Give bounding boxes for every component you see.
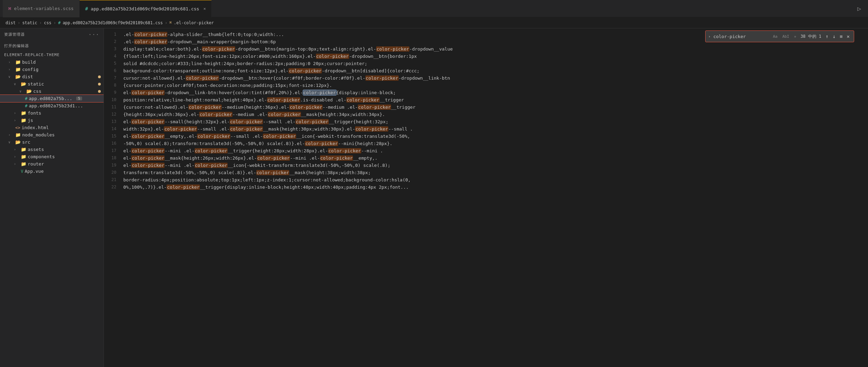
- code-text-13: el-color-picker--small{height:32px}.el-c…: [123, 118, 868, 126]
- line-number-18: 18: [104, 155, 123, 161]
- tree-label-app-css-2: app.ed802a75b23d1...: [29, 103, 83, 108]
- line-number-14: 14: [104, 126, 123, 132]
- sidebar: 资源管理器 ··· 打开的编辑器 ELEMENT-REPLACE-THEME ›…: [0, 28, 104, 367]
- editor-area: › Aa AbI ✳ 38 中的 1 ↑ ↓ ≡ ✕ 1 .el-color-p…: [104, 28, 868, 367]
- line-number-16: 16: [104, 140, 123, 147]
- sidebar-item-index-html[interactable]: <> index.html: [0, 124, 104, 131]
- sidebar-item-assets[interactable]: › 📁 assets: [0, 146, 104, 153]
- code-text-6: background-color:transparent;outline:non…: [123, 68, 868, 75]
- sidebar-dots-button[interactable]: ···: [88, 31, 99, 38]
- vue-icon: V: [21, 169, 23, 174]
- breadcrumb-sep-4: ›: [165, 20, 167, 25]
- code-line-21: 21 border-radius:4px;position:absolute;t…: [104, 177, 868, 184]
- breadcrumb-filename[interactable]: app.ed802a75b23d1d069cf9e9d20189c681.css: [63, 20, 163, 25]
- search-whole-word-button[interactable]: AbI: [781, 34, 791, 39]
- search-case-sensitive-button[interactable]: Aa: [771, 34, 779, 39]
- css-hash-icon: #: [85, 6, 88, 11]
- tab-scss[interactable]: ⌘ element-variables.scss: [3, 0, 80, 17]
- search-count: 38 中的 1: [800, 34, 821, 39]
- code-text-21: border-radius:4px;position:absolute;top:…: [123, 177, 868, 184]
- tree-dot-static: [98, 83, 101, 86]
- code-line-15: 15 el-color-picker__empty,.el-color-pick…: [104, 133, 868, 140]
- search-options: Aa AbI ✳: [771, 34, 798, 39]
- folder-icon-router: 📁: [21, 161, 26, 167]
- tree-badge-1: 5: [76, 97, 82, 100]
- code-line-20: 20 transform:translate3d(-50%,-50%,0) sc…: [104, 169, 868, 177]
- line-number-7: 7: [104, 75, 123, 81]
- folder-icon-config: 📁: [15, 67, 21, 72]
- breadcrumb-dist[interactable]: dist: [6, 20, 16, 25]
- code-line-4: 4 {float:left;line-height:26px;font-size…: [104, 53, 868, 60]
- tree-arrow-fonts: ›: [14, 111, 19, 115]
- tree-dot-dist: [98, 75, 101, 78]
- folder-icon-src: 📂: [15, 140, 21, 145]
- search-close-button[interactable]: ✕: [845, 34, 851, 39]
- sidebar-item-js[interactable]: › 📁 js: [0, 117, 104, 124]
- line-number-6: 6: [104, 68, 123, 74]
- search-prev-button[interactable]: ↑: [824, 34, 830, 39]
- sidebar-item-dist[interactable]: ∨ 📂 dist: [0, 73, 104, 80]
- run-button[interactable]: ▷: [853, 5, 865, 12]
- tree-label-assets: assets: [28, 147, 44, 152]
- code-text-22: 0%,100%,.7)}.el-color-picker__trigger{di…: [123, 184, 868, 191]
- tree-arrow-js: ›: [14, 118, 19, 122]
- sidebar-title: 资源管理器: [4, 32, 25, 37]
- code-line-12: 12 {height:36px;width:36px}.el-color-pic…: [104, 111, 868, 118]
- sidebar-item-node-modules[interactable]: › 📁 node_modules: [0, 131, 104, 138]
- sidebar-item-components[interactable]: › 📁 components: [0, 153, 104, 160]
- code-text-8: {cursor:pointer;color:#f0f;text-decorati…: [123, 82, 868, 89]
- breadcrumb-symbol-icon: ⌘: [169, 20, 172, 25]
- sidebar-item-fonts[interactable]: › 📁 fonts: [0, 109, 104, 117]
- code-text-19: el-color-picker--mini .el-color-picker__…: [123, 162, 868, 169]
- sidebar-item-config[interactable]: › 📁 config: [0, 66, 104, 73]
- sidebar-item-build[interactable]: › 📁 build: [0, 59, 104, 66]
- code-text-18: el-color-picker__mask{height:26px;width:…: [123, 155, 868, 162]
- search-bar: › Aa AbI ✳ 38 中的 1 ↑ ↓ ≡ ✕: [705, 30, 854, 42]
- folder-icon-js: 📁: [21, 118, 26, 123]
- line-number-12: 12: [104, 111, 123, 118]
- root-section: ELEMENT-REPLACE-THEME: [0, 50, 104, 59]
- sidebar-item-router[interactable]: › 📁 router: [0, 160, 104, 168]
- line-number-19: 19: [104, 162, 123, 169]
- folder-icon-assets: 📁: [21, 147, 26, 152]
- code-line-14: 14 width:32px}.el-color-picker--small .e…: [104, 126, 868, 133]
- breadcrumb-css[interactable]: css: [44, 20, 52, 25]
- tree-arrow-dist: ∨: [8, 75, 14, 79]
- sidebar-item-app-css-2[interactable]: # app.ed802a75b23d1...: [0, 102, 104, 109]
- sidebar-item-app-vue[interactable]: V App.vue: [0, 168, 104, 175]
- sidebar-item-css-folder[interactable]: ∨ 📂 css: [0, 88, 104, 95]
- sidebar-item-static[interactable]: ∨ 📂 static: [0, 80, 104, 88]
- code-line-22: 22 0%,100%,.7)}.el-color-picker__trigger…: [104, 184, 868, 191]
- tab-css[interactable]: # app.ed802a75b23d1d069cf9e9d20189c681.c…: [80, 0, 212, 17]
- code-line-7: 7 cursor:not-allowed}.el-color-picker-dr…: [104, 75, 868, 82]
- folder-icon-dist: 📂: [15, 74, 21, 79]
- line-number-13: 13: [104, 118, 123, 125]
- code-line-8: 8 {cursor:pointer;color:#f0f;text-decora…: [104, 82, 868, 89]
- sidebar-header: 资源管理器 ···: [0, 28, 104, 41]
- search-next-button[interactable]: ↓: [831, 34, 837, 39]
- tab-css-label: app.ed802a75b23d1d069cf9e9d20189c681.css: [91, 6, 199, 11]
- sidebar-item-app-css-1[interactable]: # app.ed802a75b... 5: [0, 95, 104, 102]
- folder-icon-fonts: 📁: [21, 110, 26, 116]
- line-number-3: 3: [104, 46, 123, 52]
- code-line-13: 13 el-color-picker--small{height:32px}.e…: [104, 118, 868, 126]
- code-text-5: solid #dcdcdc;color:#333;line-height:24p…: [123, 60, 868, 68]
- tree-label-components: components: [28, 154, 55, 159]
- breadcrumb-sep-2: ›: [39, 20, 42, 25]
- search-list-button[interactable]: ≡: [838, 34, 844, 39]
- search-input[interactable]: [713, 34, 769, 39]
- code-editor[interactable]: 1 .el-color-picker-alpha-slider__thumb{l…: [104, 28, 868, 367]
- code-text-14: width:32px}.el-color-picker--small .el-c…: [123, 126, 868, 133]
- search-regex-button[interactable]: ✳: [793, 34, 798, 39]
- code-text-12: {height:36px;width:36px}.el-color-picker…: [123, 111, 868, 118]
- breadcrumb-sep-1: ›: [18, 20, 20, 25]
- sidebar-item-src[interactable]: ∨ 📂 src: [0, 138, 104, 146]
- breadcrumb-static[interactable]: static: [22, 20, 37, 25]
- line-number-8: 8: [104, 82, 123, 89]
- breadcrumb-selector[interactable]: .el-color-picker: [174, 20, 214, 25]
- breadcrumb-hash-icon: #: [58, 20, 61, 25]
- search-expand-icon[interactable]: ›: [708, 34, 711, 39]
- code-line-17: 17 el-color-picker--mini .el-color-picke…: [104, 147, 868, 155]
- tab-close-button[interactable]: ✕: [203, 6, 206, 11]
- tree-arrow-components: ›: [14, 155, 19, 159]
